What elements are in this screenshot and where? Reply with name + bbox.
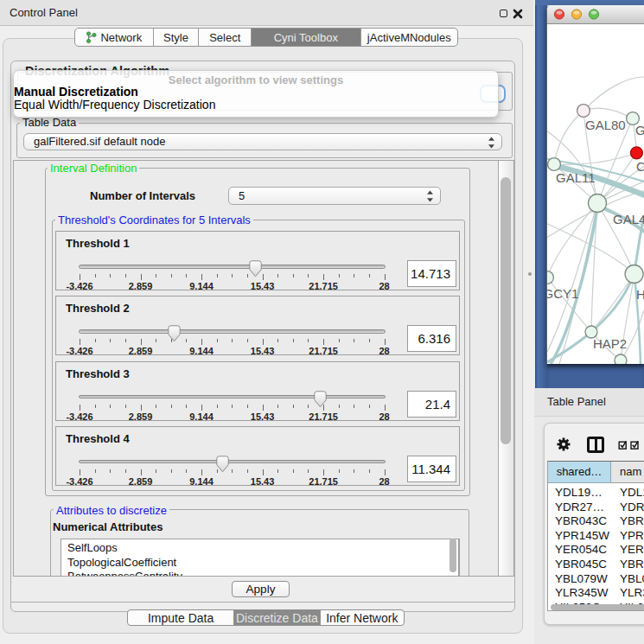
svg-text:C..: C.. [636,159,644,174]
svg-text:HAP2: HAP2 [593,336,627,351]
svg-text:GCY1: GCY1 [547,286,578,301]
svg-text:HIS4: HIS4 [636,287,644,302]
svg-text:G..: G.. [635,123,644,137]
svg-text:GAL80: GAL80 [585,118,626,132]
svg-text:GAL4: GAL4 [613,212,644,226]
svg-text:GAL11: GAL11 [556,170,596,185]
